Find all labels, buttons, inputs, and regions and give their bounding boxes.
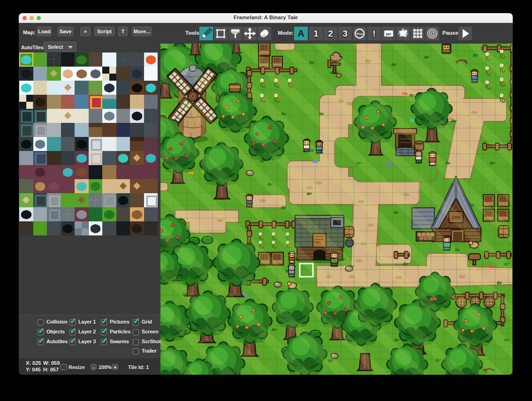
- svg-text:pic: pic: [386, 32, 392, 36]
- svg-text:Stop: Stop: [357, 32, 363, 35]
